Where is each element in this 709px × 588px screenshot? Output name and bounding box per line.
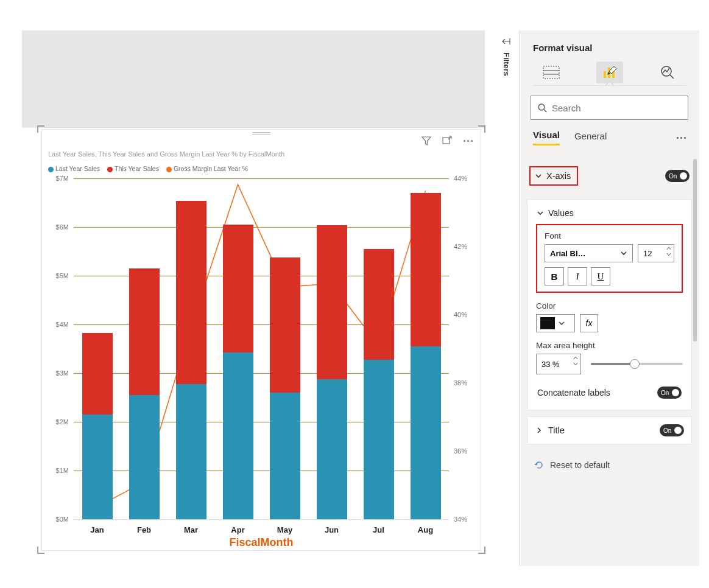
font-size-input[interactable]: 12	[638, 244, 674, 262]
spinner-down-icon[interactable]	[573, 362, 578, 366]
canvas-background-strip	[22, 30, 485, 128]
chevron-down-icon	[536, 209, 545, 217]
tab-general[interactable]: General	[574, 131, 607, 145]
bar-column[interactable]	[270, 178, 300, 519]
search-input[interactable]	[552, 103, 682, 113]
spinner-down-icon[interactable]	[666, 252, 671, 257]
concatenate-toggle[interactable]: On	[657, 387, 682, 399]
bold-button[interactable]: B	[545, 267, 564, 285]
svg-line-10	[544, 110, 546, 112]
scrollbar-thumb[interactable]	[693, 159, 697, 341]
legend-this-year: This Year Sales	[115, 165, 159, 172]
combo-chart-visual[interactable]: Last Year Sales, This Year Sales and Gro…	[41, 129, 481, 551]
values-card: Values Font Arial Bl… 12	[527, 199, 692, 410]
max-height-input[interactable]: 33 %	[536, 354, 581, 374]
values-label: Values	[548, 208, 574, 218]
max-height-slider[interactable]	[591, 363, 683, 365]
format-pane: Format visual Visual General	[519, 30, 699, 566]
chart-plot-area: $0M$1M$2M$3M$4M$5M$6M$7M 34%36%38%40%42%…	[48, 178, 474, 520]
title-card-label: Title	[548, 425, 655, 435]
italic-button[interactable]: I	[568, 267, 587, 285]
y-axis-left: $0M$1M$2M$3M$4M$5M$6M$7M	[48, 178, 72, 520]
x-axis-tick-label: May	[270, 525, 300, 534]
svg-line-8	[670, 75, 674, 79]
selection-corner-tl[interactable]	[37, 125, 44, 133]
expand-filters-icon[interactable]	[501, 37, 511, 46]
x-axis-tick-label: Jan	[82, 525, 113, 534]
title-card: Title On	[527, 416, 692, 444]
bar-column[interactable]	[411, 178, 441, 519]
values-header[interactable]: Values	[536, 208, 683, 218]
x-axis-tick-label: Aug	[411, 525, 441, 534]
bar-column[interactable]	[364, 178, 394, 519]
bar-column[interactable]	[82, 178, 113, 519]
y2-axis-label: 38%	[454, 379, 467, 387]
y-axis-label: $2M	[56, 418, 69, 425]
drag-grip-icon[interactable]	[252, 132, 270, 135]
selection-corner-tr[interactable]	[478, 125, 485, 133]
underline-button[interactable]: U	[591, 267, 610, 285]
chevron-down-icon[interactable]	[534, 172, 543, 180]
more-options-icon[interactable]	[462, 135, 473, 146]
analytics-pane-icon[interactable]	[654, 61, 681, 83]
y-axis-right: 34%36%38%40%42%44%	[450, 178, 474, 520]
focus-mode-icon[interactable]	[442, 135, 453, 146]
format-search-box[interactable]	[531, 96, 688, 120]
bar-column[interactable]	[223, 178, 253, 519]
color-picker[interactable]	[536, 314, 575, 332]
x-axis-tick-label: Jun	[317, 525, 347, 534]
y-axis-label: $1M	[56, 467, 69, 474]
concat-label: Concatenate labels	[537, 388, 610, 397]
tab-visual[interactable]: Visual	[533, 130, 560, 145]
visual-toolbar	[421, 135, 473, 146]
x-axis-tick-label: Feb	[129, 525, 160, 534]
bar-column[interactable]	[176, 178, 206, 519]
chevron-down-icon	[559, 320, 565, 326]
xaxis-card-label[interactable]: X-axis	[546, 171, 571, 181]
tabs-more-icon[interactable]	[677, 137, 686, 139]
font-settings-highlight: Font Arial Bl… 12	[536, 224, 683, 293]
y-axis-label: $6M	[56, 223, 69, 231]
legend-last-year: Last Year Sales	[55, 165, 100, 172]
filters-pane-collapsed[interactable]: Filters	[497, 30, 515, 103]
selection-corner-br[interactable]	[478, 547, 485, 554]
max-height-label: Max area height	[536, 341, 683, 350]
filters-label: Filters	[502, 52, 511, 76]
fields-pane-icon[interactable]	[538, 61, 565, 83]
report-canvas[interactable]: Last Year Sales, This Year Sales and Gro…	[0, 0, 506, 588]
xaxis-header-highlight: X-axis	[529, 166, 578, 186]
font-label: Font	[545, 231, 674, 240]
y-axis-label: $7M	[56, 175, 69, 182]
chart-title: Last Year Sales, This Year Sales and Gro…	[48, 150, 284, 158]
format-pane-icon[interactable]	[596, 61, 623, 83]
selection-corner-bl[interactable]	[37, 547, 44, 554]
y2-axis-label: 42%	[454, 243, 467, 250]
filter-icon[interactable]	[421, 135, 432, 146]
chart-legend: Last Year Sales This Year Sales Gross Ma…	[48, 165, 248, 172]
format-scroll-area[interactable]: X-axis On Values Font Arial Bl…	[520, 159, 699, 566]
y-axis-label: $0M	[56, 516, 69, 523]
color-label: Color	[536, 301, 683, 310]
color-swatch	[540, 317, 555, 329]
title-toggle[interactable]: On	[660, 424, 684, 436]
y2-axis-label: 34%	[454, 516, 467, 523]
xaxis-toggle[interactable]: On	[665, 170, 690, 182]
svg-rect-1	[543, 66, 559, 79]
y2-axis-label: 44%	[454, 175, 467, 182]
reset-icon	[534, 460, 544, 470]
font-family-select[interactable]: Arial Bl…	[545, 244, 633, 262]
svg-rect-4	[604, 71, 606, 78]
pane-mode-tabs	[533, 61, 686, 83]
x-axis-title: FiscalMonth	[48, 536, 474, 549]
svg-rect-0	[443, 138, 450, 144]
search-icon	[537, 103, 547, 113]
chevron-right-icon	[535, 426, 543, 435]
spinner-up-icon[interactable]	[573, 355, 578, 360]
reset-to-default[interactable]: Reset to default	[527, 450, 692, 480]
spinner-up-icon[interactable]	[666, 246, 671, 251]
legend-margin: Gross Margin Last Year %	[174, 165, 248, 172]
fx-button[interactable]: fx	[580, 314, 598, 332]
bar-column[interactable]	[129, 178, 160, 519]
bar-column[interactable]	[317, 178, 347, 519]
title-card-header[interactable]: Title On	[527, 417, 691, 444]
